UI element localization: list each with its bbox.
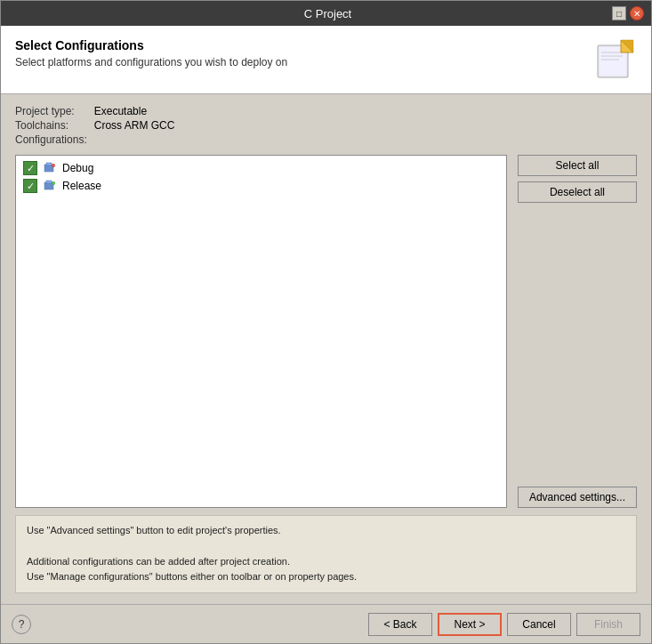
wizard-icon [594, 38, 637, 81]
next-button[interactable]: Next > [438, 613, 502, 636]
page-subtitle: Select platforms and configurations you … [15, 56, 287, 68]
help-button[interactable]: ? [12, 615, 31, 634]
toolchains-value: Cross ARM GCC [94, 119, 637, 132]
deselect-all-button[interactable]: Deselect all [518, 181, 637, 203]
svg-point-14 [52, 182, 54, 184]
release-label: Release [62, 180, 101, 192]
back-button[interactable]: < Back [368, 613, 432, 636]
debug-config-icon [43, 161, 57, 175]
help-icon: ? [19, 618, 25, 631]
window: C Project □ ✕ Select Configurations Sele… [0, 0, 652, 644]
advanced-settings-button[interactable]: Advanced settings... [518, 487, 637, 508]
svg-rect-8 [46, 163, 52, 165]
header-text: Select Configurations Select platforms a… [15, 38, 287, 68]
cancel-button[interactable]: Cancel [507, 613, 571, 636]
svg-rect-12 [46, 181, 52, 183]
content: Select Configurations Select platforms a… [1, 26, 651, 643]
project-type-value: Executable [94, 105, 637, 117]
maximize-button[interactable]: □ [612, 6, 626, 20]
info-line3: Use "Manage configurations" buttons eith… [27, 569, 625, 585]
title-bar-controls: □ ✕ [612, 6, 644, 20]
svg-point-10 [52, 165, 54, 166]
header-section: Select Configurations Select platforms a… [1, 26, 651, 94]
config-list: ✓ Debug [15, 155, 507, 508]
debug-check-icon: ✓ [27, 164, 35, 173]
close-icon: ✕ [633, 9, 640, 19]
release-checkbox[interactable]: ✓ [23, 179, 37, 193]
toolchains-label: Toolchains: [15, 119, 87, 132]
config-item-release[interactable]: ✓ Release [20, 177, 503, 195]
config-buttons: Select all Deselect all Advanced setting… [518, 155, 637, 508]
info-box: Use "Advanced settings" button to edit p… [15, 515, 637, 593]
config-row: ✓ Debug [15, 155, 637, 508]
finish-button[interactable]: Finish [576, 613, 640, 636]
release-check-icon: ✓ [27, 181, 35, 191]
debug-checkbox[interactable]: ✓ [23, 161, 37, 175]
close-button[interactable]: ✕ [630, 6, 644, 20]
title-bar: C Project □ ✕ [1, 1, 651, 26]
release-config-icon [43, 179, 57, 193]
window-title: C Project [44, 7, 612, 20]
footer: ? < Back Next > Cancel Finish [1, 604, 651, 643]
project-type-label: Project type: [15, 105, 87, 117]
info-line1: Use "Advanced settings" button to edit p… [27, 523, 625, 539]
maximize-icon: □ [616, 9, 622, 19]
configurations-label: Configurations: [15, 133, 87, 146]
config-item-debug[interactable]: ✓ Debug [20, 159, 503, 177]
debug-label: Debug [62, 162, 93, 174]
project-info: Project type: Executable Toolchains: Cro… [15, 105, 637, 146]
footer-buttons: < Back Next > Cancel Finish [368, 613, 640, 636]
info-line2: Additional configurations can be added a… [27, 554, 625, 570]
page-title: Select Configurations [15, 38, 287, 52]
footer-left: ? [12, 615, 31, 634]
select-all-button[interactable]: Select all [518, 155, 637, 176]
body-section: Project type: Executable Toolchains: Cro… [1, 94, 651, 604]
